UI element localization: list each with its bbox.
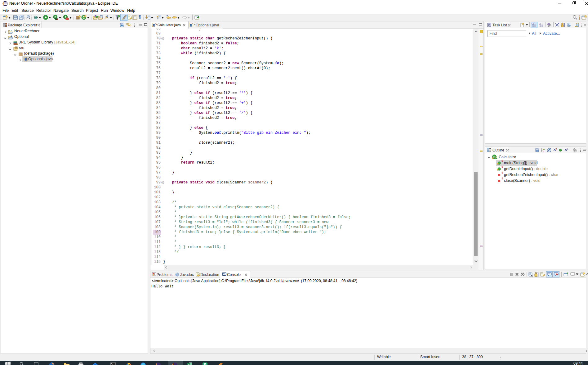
svg-text:z: z <box>543 150 545 152</box>
svg-text:a: a <box>543 148 545 150</box>
svg-text:@: @ <box>176 273 179 276</box>
svg-text:J: J <box>154 24 155 26</box>
svg-text:S: S <box>556 148 557 150</box>
svg-text:J: J <box>190 24 192 26</box>
svg-text:J: J <box>25 58 26 61</box>
svg-text:L: L <box>567 148 568 150</box>
svg-text:Q: Q <box>118 16 119 17</box>
